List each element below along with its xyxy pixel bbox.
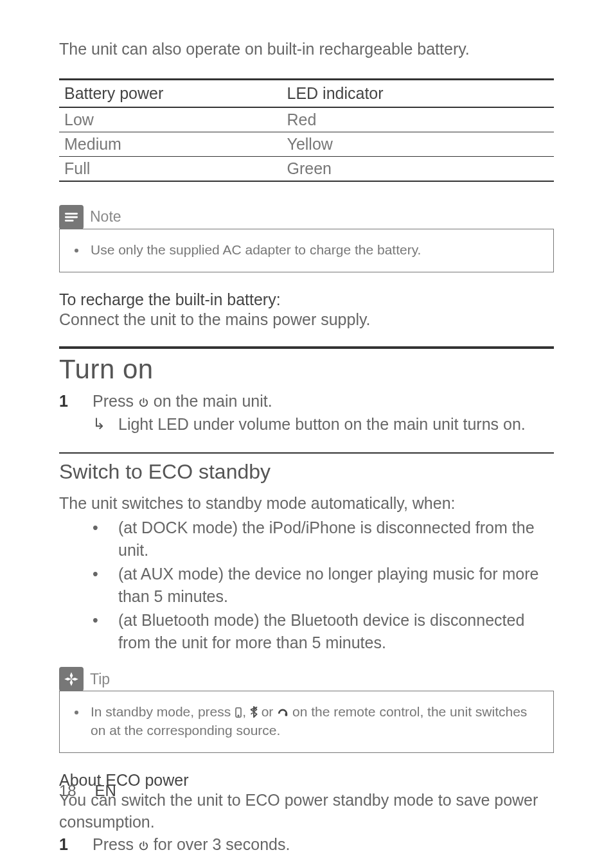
table-cell: Full: [59, 156, 282, 181]
about-eco-text: You can switch the unit to ECO power sta…: [59, 790, 554, 833]
step-text: Press: [93, 392, 138, 410]
power-icon: [138, 840, 149, 851]
tip-label: Tip: [90, 671, 110, 688]
tip-icon: [59, 667, 84, 691]
svg-point-4: [238, 715, 239, 716]
substep-text: Light LED under volume button on the mai…: [118, 414, 526, 436]
arrow-icon: ↳: [93, 414, 118, 436]
recharge-heading: To recharge the built-in battery:: [59, 290, 554, 309]
tip-item: In standby mode, press , or on the remot…: [87, 703, 540, 740]
table-header: LED indicator: [282, 79, 555, 107]
table-cell: Green: [282, 156, 555, 181]
divider: [59, 346, 554, 349]
table-cell: Red: [282, 107, 555, 132]
step-number: 1: [59, 390, 93, 412]
eco-standby-list: (at DOCK mode) the iPod/iPhone is discon…: [59, 517, 554, 654]
aux-icon: [277, 707, 289, 718]
table-row: Full Green: [59, 156, 554, 181]
step-number: 1: [59, 833, 93, 856]
note-item: Use only the supplied AC adapter to char…: [87, 241, 540, 259]
list-item: (at DOCK mode) the iPod/iPhone is discon…: [93, 517, 554, 562]
power-icon: [138, 397, 149, 408]
list-item: (at Bluetooth mode) the Bluetooth device…: [93, 609, 554, 654]
note-icon: [59, 205, 84, 229]
about-eco-heading: About ECO power: [59, 771, 554, 790]
battery-table: Battery power LED indicator Low Red Medi…: [59, 78, 554, 182]
recharge-text: Connect the unit to the mains power supp…: [59, 309, 554, 331]
turn-on-heading: Turn on: [59, 354, 554, 385]
device-icon: [235, 707, 242, 718]
note-callout: Note Use only the supplied AC adapter to…: [59, 205, 554, 272]
table-cell: Low: [59, 107, 282, 132]
table-row: Medium Yellow: [59, 132, 554, 156]
page-number: 18: [59, 782, 76, 799]
table-cell: Medium: [59, 132, 282, 156]
table-cell: Yellow: [282, 132, 555, 156]
bluetooth-icon: [250, 706, 258, 718]
divider: [59, 452, 554, 454]
tip-text: ,: [242, 704, 250, 719]
list-item: (at AUX mode) the device no longer playi…: [93, 563, 554, 608]
step-text: Press: [93, 835, 138, 853]
turn-on-step: 1 Press on the main unit.: [59, 390, 554, 412]
page-footer: 18 EN: [59, 782, 116, 800]
eco-standby-intro: The unit switches to standby mode automa…: [59, 493, 554, 515]
about-eco-step: 1 Press for over 3 seconds.: [59, 833, 554, 856]
table-row: Low Red: [59, 107, 554, 132]
step-text: on the main unit.: [149, 392, 272, 410]
step-text: for over 3 seconds.: [149, 835, 290, 853]
language-code: EN: [94, 782, 116, 799]
eco-standby-heading: Switch to ECO standby: [59, 460, 554, 484]
tip-callout: Tip In standby mode, press , or on the r…: [59, 667, 554, 753]
intro-text: The unit can also operate on built-in re…: [59, 39, 554, 60]
tip-text: or: [258, 704, 277, 719]
table-header: Battery power: [59, 79, 282, 107]
turn-on-substep: ↳ Light LED under volume button on the m…: [93, 414, 554, 436]
note-label: Note: [90, 208, 121, 226]
tip-text: In standby mode, press: [91, 704, 235, 719]
svg-rect-5: [285, 713, 288, 716]
